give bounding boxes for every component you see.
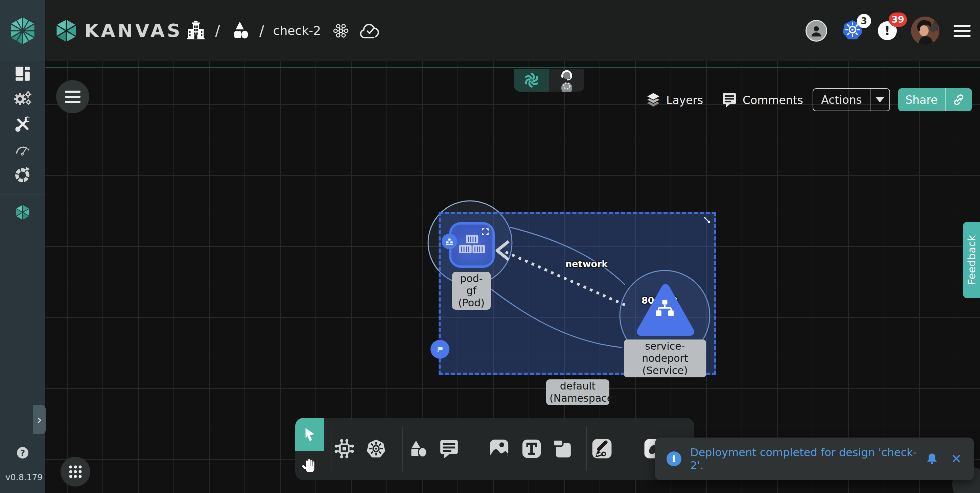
notification-count-badge: 39	[889, 13, 907, 27]
pod-badge[interactable]	[442, 234, 457, 249]
pod-kind: (Pod)	[455, 297, 487, 309]
left-sidebar: › ? v0.8.179	[0, 61, 45, 493]
toolbar-divider	[331, 427, 331, 471]
select-tool[interactable]	[295, 418, 324, 451]
sidebar-logo-block[interactable]	[0, 0, 45, 61]
layers-button[interactable]: Layers	[646, 87, 703, 113]
dashboard-icon	[14, 65, 31, 82]
namespace-badge[interactable]	[431, 340, 449, 359]
designs-icon[interactable]	[229, 20, 251, 41]
share-label: Share	[898, 93, 945, 107]
breadcrumb-separator: /	[215, 22, 220, 39]
comment-tool-icon[interactable]	[439, 438, 460, 459]
person-icon	[810, 24, 823, 38]
hand-icon	[302, 458, 318, 473]
pan-tool[interactable]	[295, 451, 324, 480]
version-text: v0.8.179	[5, 472, 43, 482]
sidebar-item-extensions[interactable]	[0, 165, 45, 184]
namespace-badge-icon	[436, 345, 444, 353]
bell-icon[interactable]	[925, 452, 939, 466]
actions-dropdown[interactable]	[870, 97, 889, 102]
info-icon: i	[667, 452, 681, 466]
app-title: KANVAS	[84, 20, 183, 41]
gears-icon	[14, 90, 32, 107]
link-icon	[952, 93, 966, 107]
sidebar-item-performance[interactable]	[0, 140, 45, 156]
sidebar-item-kanvas[interactable]	[0, 203, 45, 221]
meshery-logo-icon	[8, 14, 37, 47]
namespace-name: default	[549, 380, 606, 392]
copy-link-button[interactable]	[945, 93, 972, 107]
containers-icon	[457, 235, 487, 256]
close-icon[interactable]: ✕	[951, 452, 962, 466]
breadcrumb: / / check-2	[185, 0, 381, 61]
cloud-saved-icon	[359, 21, 381, 41]
kanvas-logo-icon	[54, 18, 78, 44]
meshery-ring-icon	[14, 165, 32, 184]
brand[interactable]: KANVAS	[54, 0, 183, 61]
deployment-toast: i Deployment completed for design 'check…	[655, 437, 974, 480]
headset-user-icon	[553, 69, 580, 92]
pod-badge-icon	[445, 238, 454, 245]
text-tool-icon[interactable]	[521, 438, 542, 459]
share-button[interactable]: Share	[898, 88, 972, 111]
shapes-tool-icon[interactable]	[408, 438, 429, 459]
sidebar-expand-button[interactable]: ›	[33, 405, 46, 434]
organization-icon[interactable]	[185, 20, 206, 41]
kubernetes-count-badge: 3	[857, 14, 871, 28]
service-tree-icon	[655, 299, 675, 318]
comments-label: Comments	[743, 94, 803, 107]
image-tool-icon[interactable]	[488, 438, 510, 459]
gauge-icon	[14, 140, 32, 156]
pod-label[interactable]: pod-gf (Pod)	[452, 272, 491, 310]
actions-button[interactable]: Actions	[813, 88, 890, 111]
user-avatar[interactable]	[911, 17, 939, 45]
collaborator-support-user[interactable]	[549, 68, 584, 92]
namespace-label[interactable]: default (Namespace)	[546, 379, 609, 405]
toast-message: Deployment completed for design 'check-2…	[690, 446, 925, 472]
toolbar-divider	[586, 427, 587, 471]
kubernetes-context-switcher[interactable]: 3	[842, 19, 864, 42]
header-right: 3 ! 39	[805, 0, 970, 61]
service-label[interactable]: service-nodeport (Service)	[624, 339, 706, 377]
canvas-menu-button[interactable]	[56, 80, 89, 113]
chevron-right-icon: ›	[37, 412, 42, 427]
menu-button[interactable]	[954, 25, 970, 37]
collaborator-meshery[interactable]	[514, 68, 549, 92]
tools-icon	[14, 115, 32, 133]
comments-icon	[722, 92, 737, 108]
actions-label: Actions	[813, 93, 870, 107]
pod-name: pod-gf	[455, 272, 487, 297]
comments-button[interactable]: Comments	[722, 87, 803, 113]
breadcrumb-design-name[interactable]: check-2	[273, 24, 321, 38]
components-tool-icon[interactable]	[334, 438, 355, 459]
help-icon: ?	[20, 448, 25, 458]
apps-grid-button[interactable]	[60, 457, 90, 487]
sidebar-item-configuration[interactable]	[0, 115, 45, 133]
meshery-swirl-icon	[522, 71, 541, 89]
sidebar-item-dashboard[interactable]	[0, 65, 45, 82]
feedback-tab[interactable]: Feedback	[963, 222, 980, 298]
note-tool-icon[interactable]	[552, 438, 573, 459]
edge-label: network	[565, 259, 608, 269]
pen-tool-icon[interactable]	[592, 438, 612, 459]
canvas-accent-line	[45, 67, 980, 68]
layers-label: Layers	[666, 94, 703, 107]
help-button[interactable]: ?	[17, 447, 29, 458]
breadcrumb-separator: /	[259, 22, 264, 39]
resize-handle-icon[interactable]	[703, 216, 711, 224]
grid-dots-icon	[68, 464, 83, 479]
toolbar-divider	[402, 427, 403, 471]
chevron-down-icon	[875, 97, 884, 102]
anonymous-avatar[interactable]	[805, 20, 827, 41]
kanvas-hex-icon	[14, 203, 31, 221]
design-nodes-icon[interactable]	[332, 22, 350, 40]
collaborator-panel	[514, 68, 584, 92]
notifications-button[interactable]: ! 39	[878, 21, 897, 40]
app-header: KANVAS	[0, 0, 980, 61]
sidebar-divider	[0, 194, 45, 194]
kanvas-app: network 80/TCP pod-gf (P	[0, 0, 980, 493]
sidebar-item-lifecycle[interactable]	[0, 90, 45, 107]
feedback-label: Feedback	[966, 235, 978, 285]
kubernetes-tool-icon[interactable]	[365, 438, 387, 460]
